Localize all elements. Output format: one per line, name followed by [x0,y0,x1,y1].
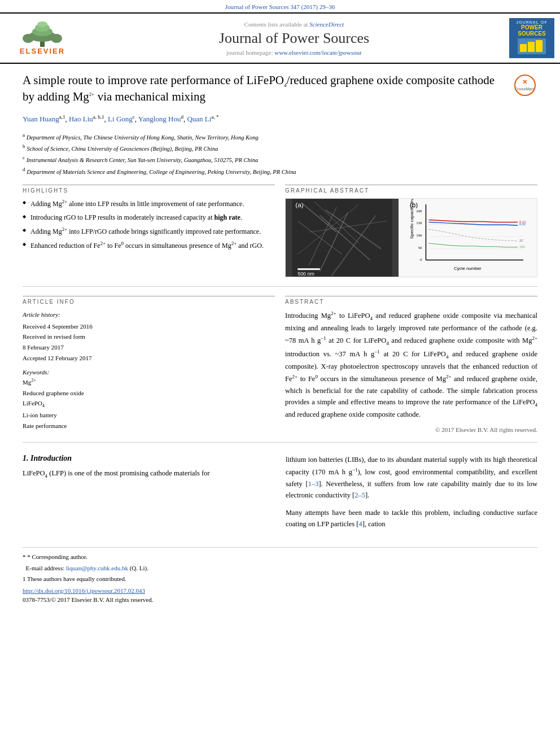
elsevier-name: ELSEVIER [20,47,65,55]
abstract-label: ABSTRACT [285,296,537,305]
svg-point-6 [51,34,62,43]
svg-text:0: 0 [420,257,422,261]
svg-text:Cycle number: Cycle number [454,266,482,271]
svg-rect-9 [536,40,542,52]
keyword-3: LiFePO4 [23,398,275,410]
keyword-1: Mg2+ [23,377,275,387]
author-2: Hao Liu [69,115,93,123]
email-link[interactable]: liquan@phy.cuhk.edu.hk [66,565,128,571]
copyright-notice: © 2017 Elsevier B.V. All rights reserved… [285,426,537,433]
introduction-section: 1. Introduction LiFePO4 (LFP) is one of … [23,454,537,530]
highlights-section: HIGHLIGHTS Adding Mg2+ alone into LFP re… [23,185,275,277]
highlights-label: HIGHLIGHTS [23,185,275,194]
author-4: Yanglong Hou [138,115,181,123]
svg-text:150: 150 [416,221,422,225]
svg-text:200: 200 [416,209,422,213]
keywords-label: Keywords: [23,369,275,375]
section-divider-2 [23,442,537,443]
svg-point-4 [37,21,47,27]
article-info-label: ARTICLE INFO [23,296,275,305]
sciencedirect-link[interactable]: ScienceDirect [309,21,344,28]
highlight-item: Adding Mg2+ into LFP/rGO cathode brings … [23,226,275,237]
journal-header-center: Contents lists available at ScienceDirec… [79,21,509,56]
journal-title: Journal of Power Sources [79,30,509,47]
affiliations: a Department of Physics, The Chinese Uni… [23,131,537,177]
homepage-link[interactable]: www.elsevier.com/locate/jpowsour [274,49,361,56]
keyword-2: Reduced graphene oxide [23,388,275,399]
revised-date: 8 February 2017 [23,344,64,351]
graphical-abstract-image: (a) 500 nm (b) [285,198,537,277]
intro-heading: 1. Introduction [23,454,274,463]
journal-homepage: journal homepage: www.elsevier.com/locat… [79,49,509,56]
svg-rect-10 [292,199,392,277]
svg-rect-7 [520,44,527,52]
highlight-item: Enhanced reduction of Fe2+ to Fe0 occurs… [23,240,275,251]
highlight-item: Adding Mg2+ alone into LFP results in li… [23,198,275,209]
intro-text-right: lithium ion batteries (LIBs), due to its… [286,454,537,501]
accepted-date: Accepted 12 February 2017 [23,355,92,361]
section-divider-1 [23,286,537,287]
abstract-text: Introducing Mg2+ to LiFePO4 and reduced … [285,309,537,421]
graphical-abstract-section: GRAPHICAL ABSTRACT [285,185,537,277]
svg-text:100: 100 [416,233,422,237]
footer-section: * * Corresponding author. E-mail address… [23,547,537,603]
highlights-list: Adding Mg2+ alone into LFP results in li… [23,198,275,251]
article-title: A simple route to improve rate performan… [23,72,537,105]
crossmark-badge[interactable]: ✕ CrossMark [512,72,537,98]
corresponding-author-note: * * Corresponding author. [23,552,537,562]
article-history-label: Article history: [23,309,275,320]
elsevier-logo: ELSEVIER [6,21,79,55]
received-date: Received 4 September 2016 [23,323,93,330]
svg-text:50: 50 [418,246,422,250]
sciencedirect-notice: Contents lists available at ScienceDirec… [79,21,509,28]
email-line: E-mail address: liquan@phy.cuhk.edu.hk (… [23,563,537,573]
svg-text:500 nm: 500 nm [298,271,314,277]
authors-line: Yuan Huanga,1, Hao Liua, b,1, Li Gongc, … [23,113,537,125]
journal-ref-text: Journal of Power Sources 347 (2017) 29–3… [225,3,335,10]
elsevier-tree-svg [14,21,71,47]
intro-text-right-2: Many attempts have been made to tackle t… [286,507,537,530]
svg-text:Specific capacity (mAh/g): Specific capacity (mAh/g) [409,199,414,239]
intro-col-right: lithium ion batteries (LIBs), due to its… [286,454,537,530]
highlight-item: Introducing rGO to LFP results in modera… [23,212,275,222]
svg-point-5 [23,34,34,43]
author-3: Li Gong [108,115,133,123]
doi-link[interactable]: http://dx.doi.org/10.1016/j.jpowsour.201… [23,587,537,594]
issn-line: 0378-7753/© 2017 Elsevier B.V. All right… [23,596,537,603]
graphical-abstract-label: GRAPHICAL ABSTRACT [285,185,537,194]
abstract-section: ABSTRACT Introducing Mg2+ to LiFePO4 and… [285,296,537,433]
journal-badge: JOURNAL OF POWER SOURCES [509,18,554,58]
keyword-4: Li-ion battery [23,410,275,421]
author-1: Yuan Huang [23,115,59,123]
svg-text:10C: 10C [519,244,526,248]
author-5: Quan Li [187,115,211,123]
svg-rect-24 [406,199,529,277]
svg-text:(a): (a) [295,201,304,209]
svg-rect-8 [528,42,535,52]
svg-text:0.5C: 0.5C [519,222,526,226]
journal-reference-bar: Journal of Power Sources 347 (2017) 29–3… [0,0,560,12]
keyword-5: Rate performance [23,421,275,431]
intro-text-left: LiFePO4 (LFP) is one of the most promisi… [23,468,274,480]
svg-rect-22 [298,268,320,270]
article-history: Article history: Received 4 September 20… [23,309,275,363]
article-info-section: ARTICLE INFO Article history: Received 4… [23,296,275,433]
revised-label: Received in revised form [23,333,85,340]
footnote-1: 1 These authors have equally contributed… [23,574,537,584]
intro-col-left: 1. Introduction LiFePO4 (LFP) is one of … [23,454,274,530]
svg-text:2C: 2C [519,238,523,242]
keywords-section: Keywords: Mg2+ Reduced graphene oxide Li… [23,369,275,431]
